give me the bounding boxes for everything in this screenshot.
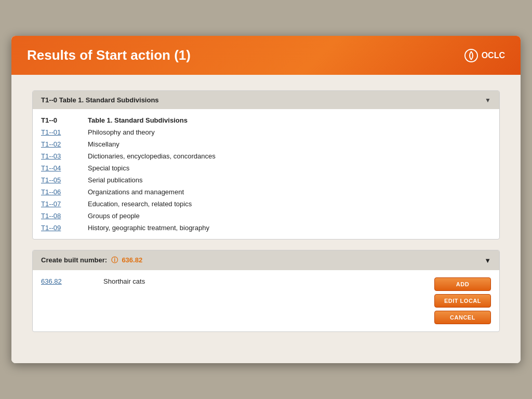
built-panel-body: 636.82 Shorthair cats ADD EDIT LOCAL CAN… (33, 270, 499, 331)
built-number-info-icon: ⓘ (111, 256, 120, 264)
oclc-logo: OCLC (464, 48, 505, 63)
row-code[interactable]: T1--05 (41, 176, 88, 184)
table-row: T1--09History, geographic treatment, bio… (41, 222, 491, 234)
main-window: Results of Start action (1) OCLC T1--0 T… (11, 36, 521, 363)
subdivisions-panel-title: T1--0 Table 1. Standard Subdivisions (41, 96, 159, 104)
row-code[interactable]: T1--07 (41, 200, 88, 208)
oclc-logo-icon (464, 48, 478, 63)
row-code[interactable]: T1--04 (41, 164, 88, 172)
row-label: Groups of people (88, 212, 140, 220)
subdivisions-panel-header: T1--0 Table 1. Standard Subdivisions ▼ (33, 91, 499, 109)
row-code[interactable]: T1--06 (41, 188, 88, 196)
row-code[interactable]: T1--08 (41, 212, 88, 220)
row-label: Table 1. Standard Subdivisions (88, 116, 188, 124)
header-bar: Results of Start action (1) OCLC (11, 36, 521, 75)
built-entry-row: 636.82 Shorthair cats (41, 277, 434, 285)
table-row: T1--02Miscellany (41, 138, 491, 150)
table-row: T1--01Philosophy and theory (41, 126, 491, 138)
row-label: Special topics (88, 164, 129, 172)
action-buttons-group: ADD EDIT LOCAL CANCEL (434, 277, 491, 324)
built-number-chevron-icon[interactable]: ▼ (484, 257, 491, 264)
row-label: Dictionaries, encyclopedias, concordance… (88, 152, 216, 160)
table-row: T1--03Dictionaries, encyclopedias, conco… (41, 150, 491, 162)
table-row: T1--07Education, research, related topic… (41, 198, 491, 210)
subdivisions-panel-body: T1--0Table 1. Standard SubdivisionsT1--0… (33, 109, 499, 239)
table-row: T1--06Organizations and management (41, 186, 491, 198)
table-row: T1--04Special topics (41, 162, 491, 174)
row-code[interactable]: T1--09 (41, 224, 88, 232)
oclc-logo-text: OCLC (482, 51, 505, 60)
row-label: Serial publications (88, 176, 143, 184)
add-button[interactable]: ADD (434, 277, 491, 291)
row-label: Education, research, related topics (88, 200, 192, 208)
built-entry-code[interactable]: 636.82 (41, 277, 83, 285)
subdivisions-chevron-icon[interactable]: ▼ (485, 97, 491, 104)
subdivisions-panel: T1--0 Table 1. Standard Subdivisions ▼ T… (32, 90, 500, 240)
cancel-button[interactable]: CANCEL (434, 311, 491, 324)
edit-local-button[interactable]: EDIT LOCAL (434, 294, 491, 308)
built-number-panel-header: Create built number: ⓘ 636.82 ▼ (33, 250, 499, 270)
row-code[interactable]: T1--01 (41, 128, 88, 136)
table-row: T1--0Table 1. Standard Subdivisions (41, 114, 491, 126)
row-code: T1--0 (41, 116, 88, 124)
row-label: Miscellany (88, 140, 119, 148)
table-row: T1--08Groups of people (41, 210, 491, 222)
content-area: T1--0 Table 1. Standard Subdivisions ▼ T… (11, 75, 521, 363)
row-code[interactable]: T1--02 (41, 140, 88, 148)
page-title: Results of Start action (1) (27, 47, 191, 63)
table-row: T1--05Serial publications (41, 174, 491, 186)
built-number-panel: Create built number: ⓘ 636.82 ▼ 636.82 S… (32, 250, 500, 332)
row-label: History, geographic treatment, biography (88, 224, 209, 232)
row-label: Philosophy and theory (88, 128, 155, 136)
built-number-value: 636.82 (122, 256, 142, 264)
svg-point-0 (465, 49, 477, 62)
built-number-header-content: Create built number: ⓘ 636.82 (41, 256, 142, 265)
row-code[interactable]: T1--03 (41, 152, 88, 160)
built-number-prefix: Create built number: (41, 256, 107, 264)
built-entry-label: Shorthair cats (103, 277, 145, 285)
row-label: Organizations and management (88, 188, 184, 196)
